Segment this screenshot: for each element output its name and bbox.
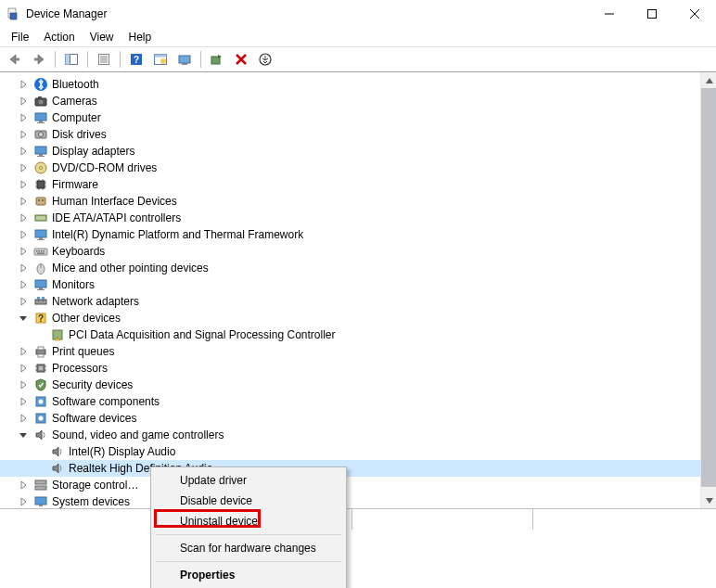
svg-rect-6: [16, 58, 19, 61]
tree-item[interactable]: Human Interface Devices: [0, 193, 700, 210]
collapse-icon[interactable]: [19, 430, 32, 440]
tree-item[interactable]: Keyboards: [0, 243, 700, 260]
tree-item[interactable]: Storage control…: [0, 477, 700, 493]
help-button[interactable]: ?: [125, 49, 147, 70]
tree-item-label: Cameras: [52, 95, 97, 108]
toolbar-separator: [120, 51, 121, 68]
show-hide-console-tree-button[interactable]: [60, 49, 83, 70]
tree-child-item[interactable]: Intel(R) Display Audio: [0, 443, 700, 460]
tree-item[interactable]: Intel(R) Dynamic Platform and Thermal Fr…: [0, 226, 700, 243]
menu-help[interactable]: Help: [121, 29, 160, 45]
expand-icon[interactable]: [19, 113, 32, 122]
scroll-down-button[interactable]: [701, 492, 716, 508]
tree-item[interactable]: Display adapters: [0, 143, 700, 160]
menu-view[interactable]: View: [83, 29, 121, 45]
tree-item[interactable]: Print queues: [0, 343, 700, 360]
tree-item-label: Computer: [52, 111, 101, 124]
svg-point-95: [44, 487, 45, 489]
svg-rect-68: [39, 288, 43, 289]
tree-item[interactable]: ?Other devices: [0, 310, 700, 326]
context-properties[interactable]: Properties: [154, 565, 343, 585]
tree-item[interactable]: Cameras: [0, 93, 700, 109]
expand-icon[interactable]: [19, 414, 32, 423]
close-button[interactable]: [673, 0, 716, 28]
tree-item[interactable]: DVD/CD-ROM drives: [0, 160, 700, 176]
tree-item[interactable]: Bluetooth: [0, 76, 700, 93]
tree-item[interactable]: Monitors: [0, 276, 700, 293]
expand-icon[interactable]: [19, 397, 32, 406]
expand-icon[interactable]: [19, 364, 32, 373]
tree-item[interactable]: Computer: [0, 109, 700, 126]
expand-icon[interactable]: [19, 497, 32, 506]
svg-rect-38: [39, 154, 43, 156]
scroll-thumb[interactable]: [701, 88, 716, 487]
expand-icon[interactable]: [19, 197, 32, 206]
enable-device-button[interactable]: [173, 49, 196, 70]
properties-button[interactable]: [93, 49, 115, 70]
context-update-driver[interactable]: Update driver: [154, 470, 343, 491]
minimize-button[interactable]: [588, 0, 631, 28]
tree-item[interactable]: Network adapters: [0, 293, 700, 310]
svg-rect-3: [648, 9, 657, 18]
tree-item-label: Intel(R) Dynamic Platform and Thermal Fr…: [52, 228, 303, 241]
expand-icon[interactable]: [19, 80, 32, 89]
svg-rect-70: [35, 300, 46, 304]
expand-icon[interactable]: [19, 297, 32, 306]
context-scan-hardware[interactable]: Scan for hardware changes: [154, 538, 343, 558]
tree-item[interactable]: Sound, video and game controllers: [0, 427, 700, 443]
svg-rect-79: [36, 350, 45, 354]
svg-rect-58: [37, 239, 45, 240]
expand-icon[interactable]: [19, 180, 32, 189]
expand-icon[interactable]: [19, 213, 32, 223]
expand-icon[interactable]: [19, 280, 32, 289]
tree-item-label: System devices: [52, 495, 130, 508]
more-actions-button[interactable]: [254, 49, 276, 70]
expand-icon[interactable]: [19, 230, 32, 239]
back-button[interactable]: [4, 49, 26, 70]
update-driver-button[interactable]: [149, 49, 172, 70]
tree-item-label: Monitors: [52, 278, 95, 291]
expand-icon[interactable]: [19, 380, 32, 390]
tree-item-label: Software devices: [52, 412, 136, 425]
tree-item[interactable]: Software devices: [0, 410, 700, 427]
tree-child-item[interactable]: !PCI Data Acquisition and Signal Process…: [0, 326, 700, 343]
tree-item[interactable]: Security devices: [0, 377, 700, 393]
menu-action[interactable]: Action: [36, 29, 82, 45]
app-icon: [6, 6, 20, 21]
collapse-icon[interactable]: [19, 313, 32, 323]
tree-item[interactable]: Software components: [0, 393, 700, 410]
svg-rect-37: [35, 147, 46, 154]
expand-icon[interactable]: [19, 480, 32, 490]
svg-rect-21: [179, 56, 190, 63]
ide-icon: [33, 211, 48, 225]
maximize-button[interactable]: [631, 0, 673, 28]
expand-icon[interactable]: [19, 96, 32, 106]
tree-item[interactable]: Processors: [0, 360, 700, 377]
scan-hardware-button[interactable]: [206, 49, 228, 70]
forward-button[interactable]: [28, 49, 50, 70]
expand-icon[interactable]: [19, 263, 32, 273]
expand-icon[interactable]: [19, 347, 32, 356]
tree-item-label: Processors: [52, 362, 108, 375]
context-disable-device[interactable]: Disable device: [154, 491, 343, 511]
expand-icon[interactable]: [19, 130, 32, 139]
svg-rect-81: [38, 354, 44, 357]
tree-item[interactable]: Disk drives: [0, 126, 700, 143]
tree-item[interactable]: Firmware: [0, 176, 700, 193]
svg-rect-83: [39, 366, 43, 370]
uninstall-button[interactable]: [230, 49, 252, 70]
tree-item[interactable]: IDE ATA/ATAPI controllers: [0, 210, 700, 226]
expand-icon[interactable]: [19, 247, 32, 256]
tree-item[interactable]: Mice and other pointing devices: [0, 260, 700, 276]
toolbar-separator: [55, 51, 56, 68]
context-uninstall-device[interactable]: Uninstall device: [154, 511, 343, 531]
camera-icon: [33, 94, 48, 109]
software-icon: [33, 394, 48, 409]
expand-icon[interactable]: [19, 147, 32, 156]
tree-child-item[interactable]: Realtek High Definition Audio: [0, 460, 700, 477]
scroll-up-button[interactable]: [701, 72, 716, 88]
network-icon: [33, 294, 48, 309]
menu-file[interactable]: File: [4, 29, 36, 45]
context-separator: [156, 561, 341, 562]
expand-icon[interactable]: [19, 163, 32, 173]
